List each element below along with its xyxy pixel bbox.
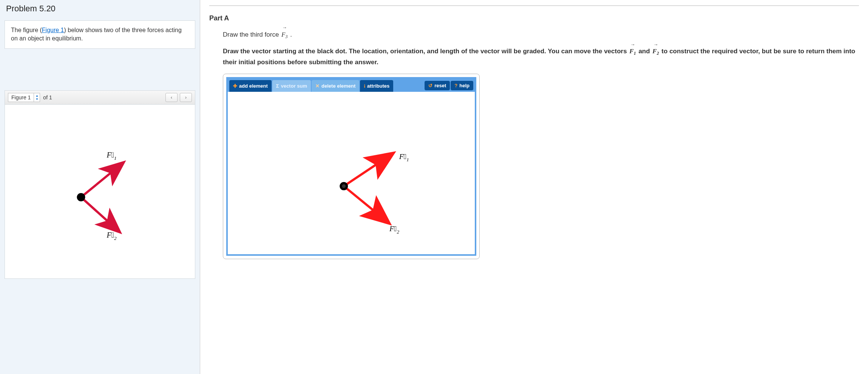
drawing-inner: ✚ add element Σ vector sum ✕ delete elem… — [226, 77, 476, 256]
add-element-label: add element — [239, 83, 268, 89]
svg-point-2 — [77, 193, 85, 201]
chevron-up-icon: ▲ — [36, 94, 39, 97]
help-button[interactable]: ? help — [451, 81, 473, 90]
intro-text-pre: The figure ( — [11, 27, 42, 33]
chevron-left-icon: ‹ — [171, 95, 172, 100]
left-panel: Problem 5.20 The figure (Figure 1) below… — [0, 0, 200, 374]
plus-icon: ✚ — [233, 83, 237, 89]
attributes-label: attributes — [367, 83, 389, 89]
svg-line-5 — [344, 156, 389, 186]
problem-title: Problem 5.20 — [5, 4, 195, 14]
info-icon: i — [364, 83, 365, 89]
problem-intro: The figure (Figure 1) below shows two of… — [5, 20, 195, 49]
part-label: Part A — [209, 14, 859, 22]
drawing-widget: ✚ add element Σ vector sum ✕ delete elem… — [223, 74, 480, 259]
figure-selector-stepper[interactable]: ▲ ▼ — [34, 93, 40, 102]
sigma-icon: Σ — [276, 83, 279, 89]
instr2-mid: and — [638, 48, 652, 55]
svg-text:F⃗2: F⃗2 — [107, 231, 117, 241]
instruction-line-2: Draw the vector starting at the black do… — [223, 46, 859, 67]
help-icon: ? — [454, 83, 457, 88]
delete-element-button[interactable]: ✕ delete element — [312, 80, 359, 92]
figure-next-button[interactable]: › — [180, 93, 192, 102]
figure-prev-button[interactable]: ‹ — [165, 93, 178, 102]
svg-point-8 — [342, 184, 346, 188]
instr1-post: . — [288, 31, 292, 38]
instr2-a: Draw the vector starting at the black do… — [223, 48, 629, 55]
figure-selector-label: Figure 1 — [8, 94, 34, 101]
reset-label: reset — [434, 83, 446, 88]
close-icon: ✕ — [315, 83, 320, 89]
reset-button[interactable]: ↺ reset — [425, 81, 450, 90]
attributes-button[interactable]: i attributes — [360, 80, 393, 92]
svg-text:F⃗1: F⃗1 — [399, 152, 409, 162]
vector-sum-button[interactable]: Σ vector sum — [272, 80, 311, 92]
chevron-down-icon: ▼ — [36, 97, 39, 101]
drawing-toolbar: ✚ add element Σ vector sum ✕ delete elem… — [228, 79, 475, 92]
add-element-button[interactable]: ✚ add element — [229, 80, 272, 92]
figure-toolbar: Figure 1 ▲ ▼ of 1 ‹ › — [5, 91, 195, 105]
divider — [209, 5, 859, 6]
vector-f1-text: →F1 — [629, 46, 636, 57]
instr1-pre: Draw the third force — [223, 31, 281, 38]
help-label: help — [459, 83, 470, 88]
chevron-right-icon: › — [185, 95, 187, 100]
figure-canvas-left: F⃗1 F⃗2 — [5, 105, 195, 278]
vector-f2-text: →F2 — [652, 46, 659, 57]
vector-f3: →F3 — [281, 30, 288, 40]
svg-line-0 — [81, 163, 123, 197]
delete-element-label: delete element — [321, 83, 355, 89]
svg-line-1 — [81, 197, 119, 231]
figure-link[interactable]: Figure 1 — [42, 27, 64, 33]
right-panel: Part A Draw the third force →F3 . Draw t… — [200, 0, 868, 374]
figure-count-text: of 1 — [43, 94, 52, 100]
instruction-block: Draw the third force →F3 . Draw the vect… — [209, 30, 859, 67]
svg-text:F⃗2: F⃗2 — [389, 224, 399, 235]
drawing-canvas[interactable]: F⃗1 F⃗2 — [228, 92, 475, 254]
svg-text:F⃗1: F⃗1 — [107, 151, 117, 161]
figure-panel: Figure 1 ▲ ▼ of 1 ‹ › — [5, 90, 195, 279]
instruction-line-1: Draw the third force →F3 . — [223, 30, 859, 40]
vector-sum-label: vector sum — [281, 83, 307, 89]
svg-line-6 — [344, 186, 385, 220]
figure-selector[interactable]: Figure 1 ▲ ▼ — [8, 93, 40, 102]
reset-icon: ↺ — [428, 83, 432, 88]
